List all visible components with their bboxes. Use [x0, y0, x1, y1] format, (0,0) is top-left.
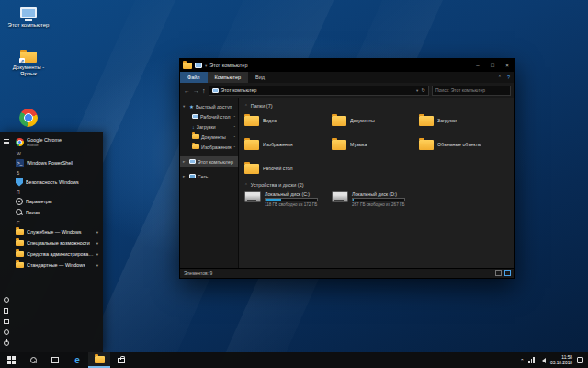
navigation-pane: ▾ ★ Быстрый доступ Рабочий стол • ↓ Загр… [180, 98, 239, 268]
folder-tile-music[interactable]: Музыка [332, 136, 419, 153]
letter-header-s[interactable]: С [14, 218, 100, 226]
folder-icon [244, 140, 259, 150]
address-computer-icon [212, 88, 219, 93]
quick-access-star-icon: ★ [189, 104, 194, 109]
window-controls: – □ × [470, 59, 514, 72]
nav-label: Рабочий стол [200, 114, 231, 120]
chrome-icon [16, 138, 24, 146]
address-text: Этот компьютер [221, 87, 257, 93]
letter-header-p[interactable]: П [14, 188, 100, 196]
start-item-windows-security[interactable]: Безопасность Windows [14, 177, 100, 188]
chevron-right-icon[interactable]: ▸ [183, 174, 187, 178]
drive-used-fill [266, 199, 281, 201]
nav-item-downloads[interactable]: ↓ Загрузки • [180, 121, 238, 132]
shortcut-arrow-icon: ↗ [19, 58, 25, 63]
tab-file[interactable]: Файл [180, 72, 208, 83]
tab-computer[interactable]: Компьютер [208, 72, 248, 83]
chevron-right-icon[interactable]: ▸ [183, 159, 187, 164]
folder-tile-documents[interactable]: Документы [332, 112, 419, 129]
task-view-button[interactable] [44, 352, 66, 368]
start-item-accessories[interactable]: Стандартные — Windows ▾ [14, 259, 100, 270]
forward-icon[interactable]: → [193, 87, 199, 94]
chevron-down-icon[interactable]: ▾ [183, 104, 187, 109]
pictures-icon[interactable] [4, 319, 9, 324]
folder-tile-3d-objects[interactable]: Объемные объекты [419, 136, 506, 153]
app-label: Поиск [26, 210, 40, 215]
help-icon[interactable]: ? [507, 75, 510, 80]
start-item-chrome[interactable]: Google Chrome Новое [14, 135, 100, 149]
documents-icon[interactable] [4, 308, 8, 314]
start-item-powershell[interactable]: >_ Windows PowerShell [14, 157, 100, 168]
close-button[interactable]: × [500, 59, 514, 72]
action-center-icon[interactable] [577, 357, 583, 363]
start-item-windows-system-tools[interactable]: Служебные — Windows ▾ [14, 226, 100, 237]
quick-access-computer-icon[interactable] [195, 63, 202, 68]
nav-item-desktop[interactable]: Рабочий стол • [180, 111, 238, 121]
volume-icon[interactable] [539, 358, 546, 363]
address-bar[interactable]: Этот компьютер ▾ ↻ [209, 86, 430, 96]
folder-icon [332, 116, 346, 126]
details-view-button[interactable] [495, 270, 502, 276]
settings-icon[interactable] [4, 329, 9, 335]
file-explorer-window: ▾ Этот компьютер – □ × Файл Компьютер Ви… [179, 58, 515, 279]
start-button[interactable] [0, 352, 22, 368]
taskbar-edge-button[interactable]: e [66, 352, 88, 368]
taskbar-search-button[interactable] [22, 352, 44, 368]
refresh-icon[interactable]: ↻ [421, 87, 425, 93]
desktop-icon-chrome[interactable] [7, 109, 50, 127]
maximize-button[interactable]: □ [485, 59, 500, 72]
search-input[interactable]: Поиск: Этот компьютер [432, 86, 511, 96]
powershell-icon: >_ [16, 159, 24, 167]
start-item-accessibility[interactable]: Специальные возможности ▾ [14, 237, 100, 248]
power-icon[interactable] [4, 340, 9, 346]
nav-label: Сеть [198, 174, 209, 179]
folder-mini-icon [192, 144, 199, 149]
desktop[interactable]: Этот компьютер ↗ Документы - Ярлык ▾ Это… [0, 0, 588, 368]
letter-header-w[interactable]: W [14, 149, 100, 157]
desktop-icon-documents-shortcut[interactable]: ↗ Документы - Ярлык [7, 52, 50, 77]
back-icon[interactable]: ← [184, 87, 190, 94]
taskbar-store-button[interactable] [110, 352, 132, 368]
nav-item-pictures[interactable]: Изображения • [180, 142, 238, 152]
drive-tile-c[interactable]: Локальный диск (C:) 118 ГБ свободно из 1… [244, 191, 332, 215]
letter-header-b[interactable]: Б [14, 168, 100, 177]
explorer-titlebar[interactable]: ▾ Этот компьютер – □ × [180, 59, 514, 72]
start-item-search[interactable]: Поиск [14, 207, 100, 218]
large-icons-view-button[interactable] [504, 270, 511, 276]
ribbon-tabs: Файл Компьютер Вид ⌃ ? [180, 72, 514, 83]
status-bar: Элементов: 9 [180, 268, 514, 278]
menu-icon[interactable] [4, 139, 9, 144]
tab-view[interactable]: Вид [248, 72, 272, 83]
file-list-pane: ⌃ Папки (7) Видео Документы Загрузки [239, 98, 514, 268]
desktop-icon-this-pc[interactable]: Этот компьютер [7, 7, 50, 29]
nav-item-documents[interactable]: Документы • [180, 132, 238, 142]
nav-quick-access[interactable]: ▾ ★ Быстрый доступ [180, 101, 238, 111]
minimize-button[interactable]: – [470, 59, 485, 72]
taskbar-file-explorer-button[interactable] [88, 352, 110, 368]
folder-tile-pictures[interactable]: Изображения [244, 136, 332, 153]
start-item-settings[interactable]: Параметры [14, 196, 100, 207]
devices-group-header[interactable]: ⌃ Устройства и диски (2) [244, 182, 509, 188]
address-dropdown-icon[interactable]: ▾ [416, 88, 418, 93]
nav-label: Загрузки [197, 124, 216, 130]
folder-tile-desktop[interactable]: Рабочий стол [244, 160, 332, 177]
folder-tile-video[interactable]: Видео [244, 112, 332, 129]
drive-free-space: 267 ГБ свободно из 267 ГБ [352, 202, 405, 207]
up-icon[interactable]: ↑ [202, 87, 206, 94]
expand-ribbon-icon[interactable]: ⌃ [498, 75, 502, 80]
drive-name: Локальный диск (D:) [352, 191, 405, 197]
network-icon[interactable] [528, 357, 535, 363]
user-account-icon[interactable] [4, 297, 9, 303]
nav-network[interactable]: ▸ Сеть [180, 171, 238, 181]
nav-this-pc[interactable]: ▸ Этот компьютер [180, 156, 238, 167]
taskbar-clock[interactable]: 11:58 03.10.2018 [550, 355, 572, 366]
folders-group-header[interactable]: ⌃ Папки (7) [244, 103, 509, 109]
pin-icon: • [233, 124, 235, 129]
folder-name: Объемные объекты [437, 142, 481, 147]
app-label: Windows PowerShell [27, 160, 74, 166]
quick-access-toolbar-chevron-icon[interactable]: ▾ [205, 63, 207, 68]
hidden-icons-chevron-icon[interactable]: ⌃ [520, 358, 525, 363]
drive-tile-d[interactable]: Локальный диск (D:) 267 ГБ свободно из 2… [332, 191, 419, 215]
start-item-admin-tools[interactable]: Средства администрирования — Windows ▾ [14, 248, 100, 259]
folder-tile-downloads[interactable]: Загрузки [419, 112, 506, 129]
